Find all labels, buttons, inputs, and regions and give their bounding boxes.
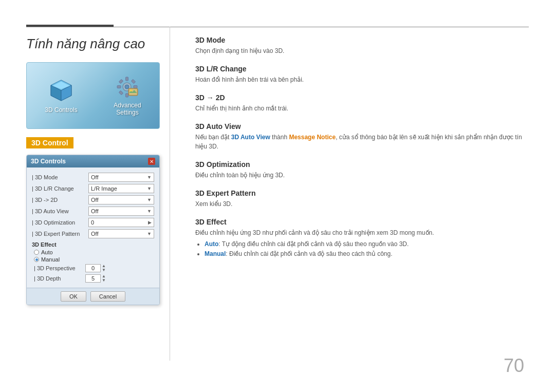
feature-3d-effect: 3D Effect Điều chỉnh hiệu ứng 3D như phố… <box>195 218 529 259</box>
dialog-section-3d-effect: 3D Effect <box>32 241 154 248</box>
svg-rect-11 <box>119 79 123 83</box>
vertical-divider <box>170 27 170 361</box>
feature-3d-mode: 3D Mode Chọn định dạng tín hiệu vào 3D. <box>195 36 529 55</box>
radio-manual[interactable] <box>34 257 39 262</box>
feature-desc-3d-effect: Điều chỉnh hiệu ứng 3D như phối cảnh và … <box>195 228 529 237</box>
right-column: 3D Mode Chọn định dạng tín hiệu vào 3D. … <box>195 36 529 268</box>
svg-rect-7 <box>126 77 128 81</box>
feature-3d-optimization: 3D Optimization Điều chỉnh toàn bộ hiệu … <box>195 160 529 180</box>
feature-title-3d-to-2d: 3D → 2D <box>195 94 529 102</box>
cancel-button[interactable]: Cancel <box>90 291 125 302</box>
dialog-row-3d-2d: | 3D -> 2D Off ▼ <box>32 194 154 206</box>
bullet-manual: Manual: Điều chỉnh cài đặt phối cảnh và … <box>205 249 529 259</box>
feature-title-3d-lr-change: 3D L/R Change <box>195 65 529 73</box>
highlight-auto-view: 3D Auto View <box>231 134 270 141</box>
feature-desc-3d-lr-change: Hoán đổi hình ảnh bên trái và bên phải. <box>195 75 529 84</box>
dialog-close-button[interactable]: ✕ <box>148 158 155 165</box>
icon-item-3d-controls: 3D Controls <box>45 78 77 114</box>
depth-arrows[interactable]: ▲ ▼ <box>102 274 106 283</box>
svg-rect-13 <box>119 90 123 95</box>
svg-rect-9 <box>117 85 121 88</box>
bullet-auto: Auto: Tự động điều chỉnh cài đặt phối cả… <box>205 239 529 249</box>
dialog-titlebar: 3D Controls ✕ <box>27 155 159 167</box>
dialog-row-3d-depth: | 3D Depth 5 ▲ ▼ <box>32 273 154 284</box>
gear-icon <box>116 76 139 99</box>
feature-title-3d-effect: 3D Effect <box>195 218 529 226</box>
left-column: Tính năng nâng cao 3D Controls <box>26 36 180 305</box>
dialog-title: 3D Controls <box>31 158 66 165</box>
feature-desc-3d-optimization: Điều chỉnh toàn bộ hiệu ứng 3D. <box>195 171 529 180</box>
feature-title-3d-optimization: 3D Optimization <box>195 160 529 169</box>
dialog-row-3d-mode: | 3D Mode Off ▼ <box>32 172 154 183</box>
section-header-3d-control: 3D Control <box>26 137 73 148</box>
feature-3d-expert-pattern: 3D Expert Pattern Xem kiểu 3D. <box>195 189 529 209</box>
feature-bullets-3d-effect: Auto: Tự động điều chỉnh cài đặt phối cả… <box>195 239 529 259</box>
feature-3d-lr-change: 3D L/R Change Hoán đổi hình ảnh bên trái… <box>195 65 529 84</box>
dialog-radio-auto: Auto <box>32 249 154 256</box>
dialog-row-3d-optimization: | 3D Optimization 0 ▶ <box>32 217 154 228</box>
svg-rect-8 <box>126 94 128 97</box>
icon-label-advanced-settings: Advanced Settings <box>114 102 141 116</box>
icon-panel: 3D Controls <box>26 62 160 129</box>
dialog-row-3d-expert-pattern: | 3D Expert Pattern Off ▼ <box>32 228 154 239</box>
feature-desc-3d-expert-pattern: Xem kiểu 3D. <box>195 199 529 209</box>
highlight-message-notice: Message Notice <box>289 134 336 141</box>
dialog-row-3d-auto-view: | 3D Auto View Off ▼ <box>32 206 154 217</box>
perspective-arrows[interactable]: ▲ ▼ <box>102 264 106 272</box>
feature-3d-to-2d: 3D → 2D Chỉ hiển thị hình ảnh cho mắt tr… <box>195 94 529 113</box>
feature-desc-3d-to-2d: Chỉ hiển thị hình ảnh cho mắt trái. <box>195 104 529 113</box>
dialog-row-3d-lr-change: | 3D L/R Change L/R Image ▼ <box>32 183 154 194</box>
icon-label-3d-controls: 3D Controls <box>45 106 77 114</box>
svg-point-6 <box>125 85 129 89</box>
feature-3d-auto-view: 3D Auto View Nếu bạn đặt 3D Auto View th… <box>195 122 529 151</box>
feature-desc-3d-auto-view: Nếu bạn đặt 3D Auto View thành Message N… <box>195 133 529 151</box>
feature-title-3d-auto-view: 3D Auto View <box>195 122 529 130</box>
svg-rect-10 <box>134 85 137 88</box>
dialog-row-3d-perspective: | 3D Perspective 0 ▲ ▼ <box>32 263 154 273</box>
cube-icon <box>48 78 74 103</box>
dialog-body: | 3D Mode Off ▼ | 3D L/R Change L/R Imag… <box>27 167 159 288</box>
feature-desc-3d-mode: Chọn định dạng tín hiệu vào 3D. <box>195 46 529 55</box>
dialog-footer: OK Cancel <box>27 288 159 305</box>
top-rule <box>26 27 529 27</box>
svg-rect-12 <box>132 79 136 83</box>
feature-title-3d-mode: 3D Mode <box>195 36 529 44</box>
dialog-radio-manual: Manual <box>32 256 154 263</box>
icon-item-advanced-settings: Advanced Settings <box>114 76 141 116</box>
svg-point-18 <box>130 89 132 91</box>
ok-button[interactable]: OK <box>61 291 86 302</box>
dialog-3d-controls: 3D Controls ✕ | 3D Mode Off ▼ | 3D L/R C… <box>26 155 160 305</box>
page-number: 70 <box>504 355 524 377</box>
page-title: Tính năng nâng cao <box>26 36 180 52</box>
feature-title-3d-expert-pattern: 3D Expert Pattern <box>195 189 529 197</box>
radio-auto[interactable] <box>34 250 39 255</box>
